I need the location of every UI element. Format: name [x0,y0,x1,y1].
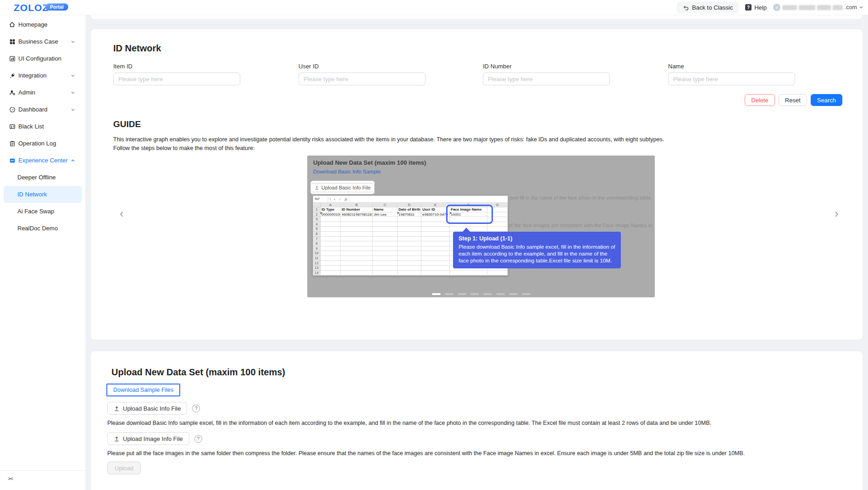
excel-cell [421,217,450,222]
excel-cell: ID Number [341,207,373,212]
help-label: Help [754,4,767,11]
download-basic-info-sample-link: Download Basic Info Sample [313,169,381,174]
dimmed-text: mple, and fill in the name of the face p… [496,195,652,200]
user-id-input[interactable] [299,72,426,85]
excel-formula-input [349,196,508,202]
cancel-icon: × [333,197,336,201]
excel-cell [373,256,398,261]
item-id-input[interactable] [113,72,240,85]
face-image-name-highlight [446,205,493,224]
excel-cell [373,237,398,242]
excel-cell [341,227,373,232]
user-email-suffix: .com [845,4,857,11]
guide-heading: GUIDE [113,119,141,129]
chevron-down-icon [71,73,75,78]
name-field: Name [668,63,795,85]
user-menu[interactable]: xi .com [773,4,863,11]
excel-cell [373,251,398,256]
excel-cell [487,271,508,276]
upload-data-set-card: Upload New Data Set (maxim 100 items) Do… [91,351,862,490]
fx-icon: fx [345,197,348,201]
excel-cell [450,271,487,276]
item-id-label: Item ID [113,63,240,70]
sidebar-collapse-toggle[interactable]: >< [8,476,13,481]
guide-intro-line2: Follow the steps below to make the most … [113,145,254,151]
carousel-dot[interactable] [483,293,492,295]
sidebar-item-label: Operation Log [18,140,56,147]
excel-cell [321,271,341,276]
carousel-dot[interactable] [470,293,479,295]
upload-section-title: Upload New Data Set (maxim 100 items) [111,367,285,378]
question-circle-icon[interactable]: ? [192,405,200,412]
sidebar-subitem-label: Deeper Offline [17,174,56,181]
upload-basic-info-file-button[interactable]: Upload Basic Info File [107,402,187,415]
sidebar-item-id-network[interactable]: ID Network [4,186,82,203]
excel-cell: Name [373,207,398,212]
excel-cell [341,241,373,246]
excel-cell [341,246,373,251]
excel-cell [341,261,373,266]
question-circle-icon[interactable]: ? [194,435,202,443]
excel-row-number: 10 [313,251,321,256]
download-sample-files-link[interactable]: Download Sample Files [106,384,180,396]
excel-row-number: 2 [313,212,321,217]
sidebar-item-business-case[interactable]: Business Case [0,33,85,50]
back-to-classic-button[interactable]: Back to Classic [677,2,739,13]
sidebar-item-integration[interactable]: Integration [0,67,85,84]
carousel-dot[interactable] [496,293,505,295]
excel-row-number: 8 [313,241,321,246]
sidebar-item-black-list[interactable]: Black List [0,118,85,135]
home-icon [9,21,16,28]
sidebar-item-realdoc-demo[interactable]: RealDoc Demo [4,220,82,237]
search-button[interactable]: Search [811,94,842,106]
form-actions: Delete Reset Search [745,94,842,106]
basic-info-upload-row: Upload Basic Info File ? [107,402,200,415]
sidebar-item-label: Homepage [18,21,48,28]
user-email-redacted [782,5,843,10]
excel-cell [398,222,421,227]
sidebar-item-ai-face-swap[interactable]: Ai Face Swap [4,203,82,220]
sidebar-item-deeper-offline[interactable]: Deeper Offline [4,169,82,186]
excel-cell [398,237,421,242]
upload-image-info-file-button[interactable]: Upload Image Info File [107,432,189,445]
integration-icon [9,72,16,79]
help-button[interactable]: ? Help [745,4,767,11]
carousel-dot[interactable] [522,293,531,295]
sidebar-item-homepage[interactable]: Homepage [0,16,85,33]
sidebar-item-label: UI Configuration [18,55,61,62]
business-case-icon [9,38,16,45]
page-title: ID Network [113,43,161,54]
slide-title: Upload New Data Set (maxim 100 items) [313,159,426,166]
excel-cell [321,251,341,256]
excel-cell [487,227,508,232]
sidebar-item-admin[interactable]: Admin [0,84,85,101]
excel-row-number: 5 [313,227,321,232]
carousel-dot[interactable] [458,293,466,295]
carousel-dot[interactable] [509,293,518,295]
reset-button[interactable]: Reset [779,94,807,106]
delete-button[interactable]: Delete [745,94,775,106]
upload-button[interactable]: Upload [107,462,141,474]
name-input[interactable] [668,72,795,85]
chevron-down-icon [71,107,75,112]
excel-row-number: 4 [313,222,321,227]
id-number-input[interactable] [483,72,610,85]
carousel-next-button[interactable]: › [835,207,839,219]
sidebar-item-ui-configuration[interactable]: UI Configuration [0,50,85,67]
step-tooltip: Step 1: Upload (1-1) Please download Bas… [453,232,621,268]
excel-cell [398,271,421,276]
chevron-down-icon [71,39,75,44]
sidebar-subitem-label: Ai Face Swap [17,208,54,215]
carousel-dot[interactable] [445,293,453,295]
carousel-prev-button[interactable]: ‹ [120,207,124,219]
sidebar-item-dashboard[interactable]: Dashboard [0,101,85,118]
carousel-dot[interactable] [432,293,441,295]
excel-cell [321,246,341,251]
sidebar-item-experience-center[interactable]: Experience Center [0,152,85,169]
sidebar-item-operation-log[interactable]: Operation Log [0,135,85,152]
excel-cell [373,241,398,246]
excel-cell [321,266,341,271]
excel-cell [341,266,373,271]
sidebar-nav: Homepage Business Case UI Configuration … [0,15,85,490]
sidebar-item-label: Integration [18,72,46,79]
